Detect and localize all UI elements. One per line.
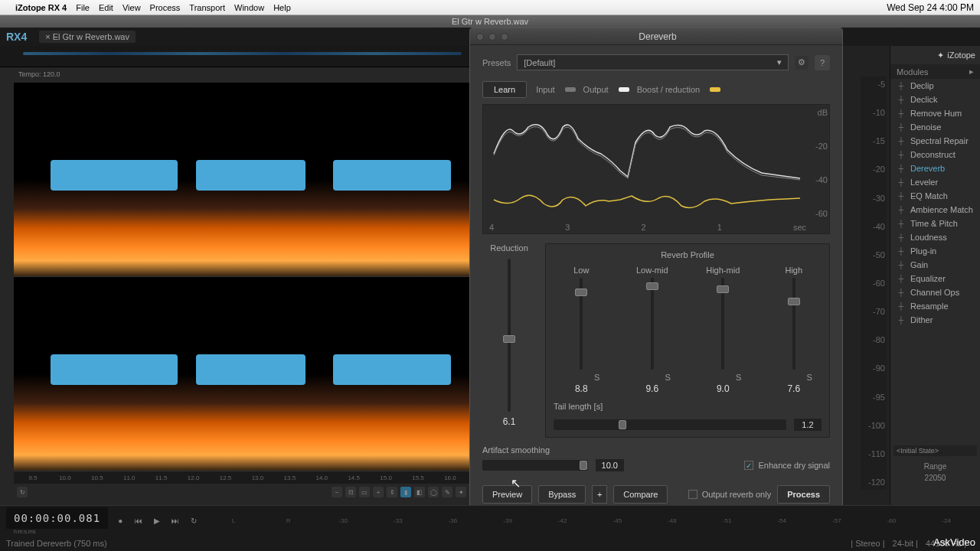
artifact-value[interactable]: 10.0	[596, 459, 624, 471]
module-icon: ┼	[897, 164, 906, 173]
compare-button[interactable]: Compare	[613, 485, 668, 504]
module-loudness[interactable]: ┼Loudness	[890, 230, 980, 244]
artifact-slider[interactable]	[482, 460, 588, 471]
menu-window[interactable]: Window	[234, 3, 264, 12]
menu-file[interactable]: File	[76, 3, 90, 12]
band-high-solo[interactable]: S	[771, 373, 817, 382]
module-icon: ┼	[897, 288, 906, 297]
preview-button[interactable]: Preview	[482, 485, 532, 504]
zoom-v-icon[interactable]: ⇕	[387, 487, 397, 497]
module-plug-in[interactable]: ┼Plug-in	[890, 244, 980, 258]
preset-select[interactable]: [Default]▾	[517, 54, 789, 70]
timecode[interactable]: 00:00:00.081	[6, 507, 108, 529]
module-resample[interactable]: ┼Resample	[890, 299, 980, 313]
loop-toggle-icon[interactable]: ↻	[188, 515, 200, 527]
izotope-logo: ✦ iZotope	[890, 46, 980, 64]
menu-transport[interactable]: Transport	[189, 3, 225, 12]
module-equalizer[interactable]: ┼Equalizer	[890, 272, 980, 285]
zoom-out-icon[interactable]: −	[332, 487, 342, 497]
module-declip[interactable]: ┼Declip	[890, 79, 980, 93]
band-highmid-value[interactable]: 9.0	[700, 383, 746, 394]
module-icon: ┼	[897, 81, 906, 90]
help-icon[interactable]: ?	[815, 55, 830, 70]
band-lowmid-solo[interactable]: S	[629, 373, 675, 382]
menu-edit[interactable]: Edit	[99, 3, 113, 12]
spectrogram-channel-left[interactable]	[14, 83, 469, 277]
macos-menubar: iZotope RX 4 File Edit View Process Tran…	[0, 0, 980, 15]
band-lowmid-slider[interactable]	[645, 278, 660, 370]
band-high-slider[interactable]	[786, 278, 802, 370]
module-spectral-repair[interactable]: ┼Spectral Repair	[890, 134, 980, 148]
module-icon: ┼	[897, 219, 906, 228]
tail-value[interactable]: 1.2	[794, 419, 822, 431]
reduction-value[interactable]: 6.1	[482, 416, 536, 427]
tool-icon[interactable]: ◧	[414, 487, 425, 497]
module-dither[interactable]: ┼Dither	[890, 313, 980, 327]
lasso-icon[interactable]: ◯	[428, 487, 439, 497]
band-lowmid-value[interactable]: 9.6	[629, 383, 675, 394]
module-remove-hum[interactable]: ┼Remove Hum	[890, 106, 980, 120]
band-high-value[interactable]: 7.6	[771, 383, 817, 394]
module-gain[interactable]: ┼Gain	[890, 258, 980, 272]
tail-slider[interactable]	[554, 419, 786, 430]
process-button[interactable]: Process	[777, 485, 830, 504]
band-highmid-slider[interactable]	[715, 278, 730, 370]
range-value: 22050	[890, 474, 980, 482]
menu-process[interactable]: Process	[150, 3, 181, 12]
band-low-slider[interactable]	[573, 278, 589, 370]
file-tab[interactable]: × El Gtr w Reverb.wav	[39, 31, 136, 43]
menu-view[interactable]: View	[122, 3, 141, 12]
module-channel-ops[interactable]: ┼Channel Ops	[890, 285, 980, 299]
wand-icon[interactable]: ✦	[456, 487, 466, 497]
learn-button[interactable]: Learn	[482, 81, 527, 98]
module-icon: ┼	[897, 233, 906, 242]
close-icon[interactable]	[476, 33, 484, 41]
module-eq-match[interactable]: ┼EQ Match	[890, 189, 980, 203]
chevron-right-icon[interactable]: ▸	[969, 67, 974, 77]
module-deconstruct[interactable]: ┼Deconstruct	[890, 148, 980, 161]
band-low: Low S 8.8	[558, 266, 604, 394]
bypass-plus-button[interactable]: +	[592, 485, 607, 504]
module-dereverb[interactable]: ┼Dereverb	[890, 161, 980, 175]
app-name[interactable]: iZotope RX 4	[15, 3, 67, 12]
spectrogram-channel-right[interactable]	[14, 277, 469, 471]
brush-icon[interactable]: ✎	[442, 487, 452, 497]
module-icon: ┼	[897, 178, 906, 187]
select-tool-icon[interactable]: ▮	[400, 487, 411, 497]
zoom-sel-icon[interactable]: ▭	[359, 487, 370, 497]
gear-icon[interactable]: ⚙	[795, 56, 808, 70]
panel-title: Dereverb	[514, 31, 801, 42]
watermark: AskVideo	[933, 536, 975, 548]
history-initial-state[interactable]: <Initial State>	[893, 445, 977, 456]
zoom-fit-icon[interactable]: ⊡	[345, 487, 356, 497]
module-icon: ┼	[897, 95, 906, 104]
forward-icon[interactable]: ⏭	[169, 515, 181, 527]
module-leveler[interactable]: ┼Leveler	[890, 175, 980, 189]
level-ruler: LR-30-33-36-39-42-45-48-51-54-57-60-24	[206, 514, 974, 529]
zoom-icon[interactable]	[501, 33, 508, 41]
play-icon[interactable]: ▶	[151, 515, 163, 527]
minimize-icon[interactable]	[488, 33, 496, 41]
output-reverb-only-checkbox[interactable]: Output reverb only	[688, 490, 772, 499]
module-denoise[interactable]: ┼Denoise	[890, 120, 980, 134]
band-highmid: High-mid S 9.0	[700, 266, 746, 394]
timeline-ruler[interactable]: 9.510.010.511.011.512.012.513.013.514.01…	[14, 471, 469, 484]
module-declick[interactable]: ┼Declick	[890, 93, 980, 106]
band-low-value[interactable]: 8.8	[558, 383, 604, 394]
enhance-dry-checkbox[interactable]: ✓Enhance dry signal	[744, 461, 830, 470]
zoom-in-icon[interactable]: +	[373, 487, 384, 497]
menu-help[interactable]: Help	[273, 3, 291, 12]
presets-label: Presets	[482, 58, 511, 67]
transport-bar: 00:00:00.081 h:m:s.ms ● ⏮ ▶ ⏭ ↻ LR-30-33…	[0, 505, 980, 536]
module-time-pitch[interactable]: ┼Time & Pitch	[890, 217, 980, 230]
band-low-solo[interactable]: S	[558, 373, 604, 382]
bypass-button[interactable]: Bypass	[538, 485, 586, 504]
record-icon[interactable]: ●	[114, 515, 126, 527]
reduction-slider[interactable]	[501, 259, 517, 412]
band-highmid-solo[interactable]: S	[700, 373, 746, 382]
module-ambience-match[interactable]: ┼Ambience Match	[890, 203, 980, 217]
loop-icon[interactable]: ↻	[17, 487, 28, 497]
panel-titlebar[interactable]: Dereverb	[470, 28, 842, 45]
rewind-icon[interactable]: ⏮	[132, 515, 145, 527]
overview-strip[interactable]	[0, 46, 469, 67]
